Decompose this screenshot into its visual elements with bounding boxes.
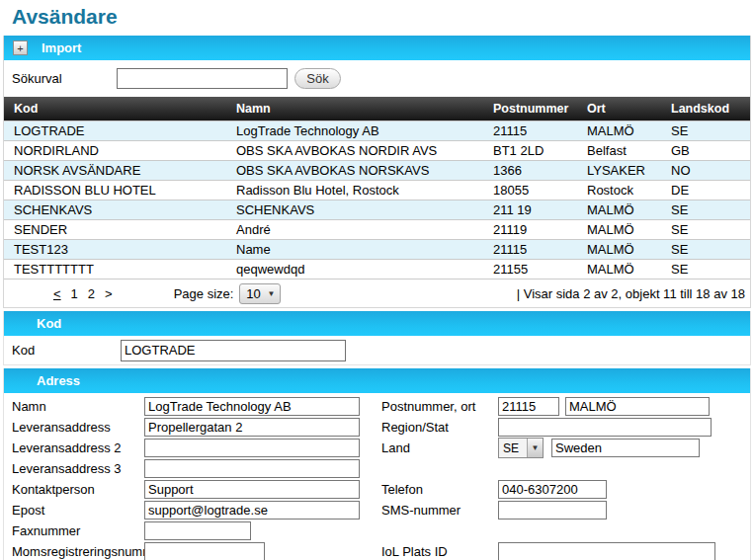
kod-section-header: Kod (4, 311, 750, 336)
land-name-field[interactable] (551, 439, 700, 457)
cell-landskod[interactable]: GB (661, 140, 750, 160)
kontaktperson-field[interactable] (144, 480, 360, 499)
region-stat-field[interactable] (498, 418, 712, 437)
form-row: Leveransaddress Region/Stat (4, 417, 750, 438)
sender-table: Kod Namn Postnummer Ort Landskod LOGTRAD… (4, 97, 750, 279)
cell-kod[interactable]: SCHENKAVS (4, 200, 226, 219)
table-row[interactable]: TESTTTTTTT qeqwewdqd 21155 MALMÖ SE (4, 259, 750, 279)
cell-namn[interactable]: Name (226, 239, 483, 259)
leveransaddress3-field[interactable] (144, 459, 360, 478)
cell-kod[interactable]: TEST123 (4, 239, 226, 259)
cell-ort[interactable]: MALMÖ (577, 200, 661, 219)
leveransaddress-field[interactable] (144, 418, 360, 437)
page-size-label: Page size: (174, 286, 234, 301)
cell-namn[interactable]: André (226, 219, 483, 239)
cell-postnummer[interactable]: BT1 2LD (483, 140, 577, 160)
cell-landskod[interactable]: SE (661, 239, 750, 259)
cell-namn[interactable]: Radisson Blu Hotel, Rostock (226, 180, 483, 200)
search-row: Sökurval Sök (4, 60, 750, 97)
cell-postnummer[interactable]: 21155 (483, 259, 577, 279)
ort-field[interactable] (565, 397, 710, 416)
cell-postnummer[interactable]: 21115 (483, 239, 577, 259)
adress-section-header: Adress (4, 368, 750, 393)
table-row[interactable]: LOGTRADE LogTrade Technology AB 21115 MA… (4, 120, 750, 140)
cell-ort[interactable]: Belfast (577, 140, 661, 160)
cell-landskod[interactable]: SE (661, 259, 750, 279)
form-row: Momsregistreringsnummer IoL Plats ID (4, 541, 750, 560)
table-row[interactable]: NORSK AVSÄNDARE OBS SKA AVBOKAS NORSKAVS… (4, 160, 750, 180)
adress-section-title: Adress (37, 373, 80, 388)
pagination-bar: < 1 2 > Page size: 10 ▼ | Visar sida 2 a… (4, 279, 750, 307)
faxnummer-field[interactable] (144, 521, 251, 540)
momsregistreringsnummer-label: Momsregistreringsnummer (4, 544, 144, 559)
cell-landskod[interactable]: SE (661, 219, 750, 239)
cell-namn[interactable]: LogTrade Technology AB (226, 120, 483, 140)
cell-namn[interactable]: OBS SKA AVBOKAS NORDIR AVS (226, 140, 483, 160)
expand-toggle-icon[interactable]: + (13, 40, 28, 55)
iol-plats-id-field[interactable] (498, 542, 715, 560)
cell-ort[interactable]: MALMÖ (577, 259, 661, 279)
page-title: Avsändare (12, 5, 754, 29)
land-code-value: SE (499, 441, 527, 455)
telefon-field[interactable] (498, 480, 607, 499)
cell-ort[interactable]: Rostock (577, 180, 661, 200)
cell-postnummer[interactable]: 211 19 (483, 200, 577, 219)
cell-postnummer[interactable]: 1366 (483, 160, 577, 180)
cell-ort[interactable]: LYSAKER (577, 160, 661, 180)
page-link-1[interactable]: 1 (71, 286, 78, 301)
cell-namn[interactable]: OBS SKA AVBOKAS NORSKAVS (226, 160, 483, 180)
epost-field[interactable] (144, 501, 360, 520)
cell-kod[interactable]: RADISSON BLU HOTEL (4, 180, 226, 200)
namn-label: Namn (4, 399, 144, 414)
cell-ort[interactable]: MALMÖ (577, 219, 661, 239)
table-row[interactable]: SCHENKAVS SCHENKAVS 211 19 MALMÖ SE (4, 200, 750, 219)
cell-postnummer[interactable]: 18055 (483, 180, 577, 200)
sms-nummer-field[interactable] (498, 501, 607, 520)
epost-label: Epost (4, 503, 144, 518)
table-row[interactable]: TEST123 Name 21115 MALMÖ SE (4, 239, 750, 259)
kod-field[interactable] (121, 340, 346, 361)
cell-kod[interactable]: TESTTTTTTT (4, 259, 226, 279)
column-header-landskod: Landskod (661, 97, 750, 120)
cell-kod[interactable]: LOGTRADE (4, 120, 226, 140)
leveransaddress2-field[interactable] (144, 439, 360, 457)
search-input[interactable] (117, 68, 288, 89)
region-stat-label: Region/Stat (381, 420, 498, 435)
cell-namn[interactable]: SCHENKAVS (226, 200, 483, 219)
cell-kod[interactable]: NORSK AVSÄNDARE (4, 160, 226, 180)
form-row: Epost SMS-nummer (4, 500, 750, 520)
cell-landskod[interactable]: DE (661, 180, 750, 200)
sms-nummer-label: SMS-nummer (381, 503, 498, 518)
cell-kod[interactable]: NORDIRLAND (4, 140, 226, 160)
cell-postnummer[interactable]: 21119 (483, 219, 577, 239)
land-code-select[interactable]: SE ▼ (498, 438, 544, 458)
page-size-dropdown[interactable]: 10 ▼ (239, 283, 281, 304)
adress-section: Adress Namn Postnummer, ort Leveransaddr… (3, 368, 751, 560)
postnummer-field[interactable] (498, 397, 559, 416)
table-row[interactable]: RADISSON BLU HOTEL Radisson Blu Hotel, R… (4, 180, 750, 200)
cell-landskod[interactable]: NO (661, 160, 750, 180)
cell-postnummer[interactable]: 21115 (483, 120, 577, 140)
momsregistreringsnummer-field[interactable] (144, 542, 265, 560)
kod-section: Kod Kod (3, 311, 751, 365)
pagination-status: | Visar sida 2 av 2, objekt 11 till 18 a… (517, 286, 750, 301)
cell-landskod[interactable]: SE (661, 120, 750, 140)
cell-kod[interactable]: SENDER (4, 219, 226, 239)
search-button[interactable]: Sök (294, 68, 341, 89)
table-row[interactable]: SENDER André 21119 MALMÖ SE (4, 219, 750, 239)
namn-field[interactable] (144, 397, 360, 416)
cell-namn[interactable]: qeqwewdqd (226, 259, 483, 279)
previous-page-link[interactable]: < (53, 286, 61, 301)
cell-ort[interactable]: MALMÖ (577, 239, 661, 259)
telefon-label: Telefon (381, 482, 498, 497)
kod-row: Kod (4, 336, 750, 364)
cell-ort[interactable]: MALMÖ (577, 120, 661, 140)
form-row: Namn Postnummer, ort (4, 396, 750, 417)
cell-landskod[interactable]: SE (661, 200, 750, 219)
leveransaddress-label: Leveransaddress (4, 420, 144, 435)
kod-label: Kod (4, 343, 121, 358)
next-page-link[interactable]: > (105, 286, 113, 301)
page-link-2-current[interactable]: 2 (88, 286, 95, 301)
postnummer-ort-label: Postnummer, ort (381, 399, 498, 414)
table-row[interactable]: NORDIRLAND OBS SKA AVBOKAS NORDIR AVS BT… (4, 140, 750, 160)
